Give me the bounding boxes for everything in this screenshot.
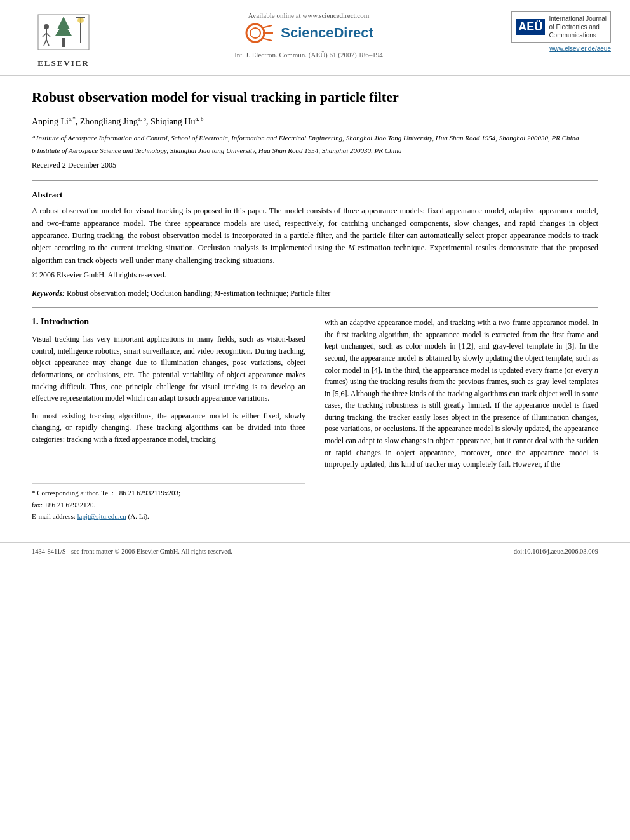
journal-website-link[interactable]: www.elsevier.de/aeue [549, 45, 611, 52]
elsevier-logo: ELSEVIER [19, 11, 108, 69]
svg-line-15 [262, 25, 272, 28]
divider-1 [32, 180, 598, 181]
affiliation-a: ᵃ Institute of Aerospace Information and… [32, 133, 598, 143]
abstract-section: Abstract A robust observation model for … [32, 190, 598, 280]
elsevier-tree-icon [35, 11, 92, 56]
aeu-line1: International Journal [549, 15, 607, 23]
page-footer: 1434-8411/$ - see front matter © 2006 El… [0, 542, 630, 555]
sciencedirect-logo: ScienceDirect [244, 22, 373, 44]
svg-line-8 [44, 39, 46, 46]
abstract-text: A robust observation model for visual tr… [32, 205, 598, 267]
main-content: Robust observation model for visual trac… [0, 76, 630, 542]
email-address[interactable]: lapjt@sjtu.edu.cn [77, 512, 126, 520]
svg-rect-1 [62, 38, 65, 47]
section1-right-para1: with an adaptive appearance model, and t… [325, 317, 598, 470]
column-right: with an adaptive appearance model, and t… [325, 317, 598, 523]
svg-point-12 [77, 18, 84, 23]
svg-point-4 [44, 24, 49, 29]
article-title: Robust observation model for visual trac… [32, 88, 598, 107]
keywords: Keywords: Robust observation model; Occl… [32, 289, 598, 298]
copyright-text: © 2006 Elsevier GmbH. All rights reserve… [32, 270, 598, 280]
aeu-logo-area: AEÜ International Journal of Electronics… [509, 11, 611, 52]
aeu-line2: of Electronics and [549, 23, 607, 31]
email-label: E-mail address: [32, 512, 76, 520]
abstract-heading: Abstract [32, 190, 598, 200]
received-date: Received 2 December 2005 [32, 161, 598, 170]
divider-2 [32, 307, 598, 308]
sciencedirect-area: Available online at www.sciencedirect.co… [108, 11, 509, 58]
elsevier-logo-area: ELSEVIER [19, 11, 108, 69]
aeu-journal-name: International Journal of Electronics and… [549, 15, 607, 39]
email-suffix: (A. Li). [128, 512, 149, 520]
affiliations: ᵃ Institute of Aerospace Information and… [32, 133, 598, 156]
available-online-text: Available online at www.sciencedirect.co… [248, 11, 370, 19]
footnote-email: E-mail address: lapjt@sjtu.edu.cn (A. Li… [32, 511, 305, 522]
section1-para2: In most existing tracking algorithms, th… [32, 410, 305, 446]
affiliation-b: b Institute of Aerospace Science and Tec… [32, 145, 598, 156]
footnote-fax: fax: +86 21 62932120. [32, 500, 305, 510]
footer-doi: doi:10.1016/j.aeue.2006.03.009 [514, 548, 598, 555]
keywords-values: Robust observation model; Occlusion hand… [67, 289, 330, 298]
section1-heading: 1. Introduction [32, 317, 305, 327]
svg-point-13 [246, 24, 264, 42]
footer-issn: 1434-8411/$ - see front matter © 2006 El… [32, 548, 232, 555]
svg-point-14 [250, 28, 260, 38]
column-left: 1. Introduction Visual tracking has very… [32, 317, 305, 523]
journal-reference: Int. J. Electron. Commun. (AEÜ) 61 (2007… [234, 51, 383, 58]
sciencedirect-icon [244, 22, 276, 44]
page: ELSEVIER Available online at www.science… [0, 0, 630, 840]
header: ELSEVIER Available online at www.science… [0, 0, 630, 76]
footnote-corresponding: * Corresponding author. Tel.: +86 21 629… [32, 488, 305, 498]
svg-line-9 [46, 39, 49, 46]
two-column-layout: 1. Introduction Visual tracking has very… [32, 317, 598, 523]
aeu-line3: Communications [549, 31, 607, 39]
section1-para1: Visual tracking has very important appli… [32, 333, 305, 404]
elsevier-wordmark: ELSEVIER [37, 58, 90, 69]
aeu-box: AEÜ [516, 19, 545, 35]
aeu-logo: AEÜ International Journal of Electronics… [511, 11, 611, 43]
svg-line-17 [262, 38, 272, 41]
authors: Anping Lia,*, Zhongliang Jinga, b, Shiqi… [32, 116, 598, 127]
sciencedirect-wordmark: ScienceDirect [281, 25, 373, 41]
footnote-area: * Corresponding author. Tel.: +86 21 629… [32, 483, 305, 522]
keywords-label: Keywords: [32, 289, 65, 298]
